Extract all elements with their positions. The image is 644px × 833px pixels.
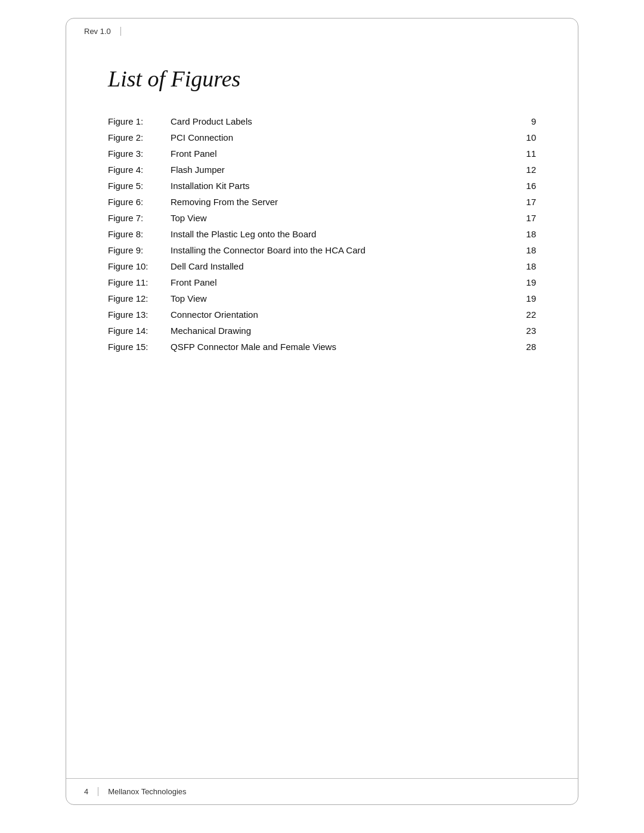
- figure-title: Installation Kit Parts: [171, 178, 518, 194]
- page-footer: 4 Mellanox Technologies: [66, 778, 578, 804]
- figure-page: 17: [518, 194, 536, 210]
- figure-title: Top View: [171, 290, 518, 306]
- figure-title: Card Product Labels: [171, 113, 518, 129]
- figure-label: Figure 8:: [108, 226, 171, 242]
- page-header: Rev 1.0: [66, 18, 578, 42]
- figure-page: 11: [518, 145, 536, 162]
- figure-title: Top View: [171, 210, 518, 226]
- figure-label: Figure 4:: [108, 162, 171, 178]
- figure-label: Figure 7:: [108, 210, 171, 226]
- table-row: Figure 12:Top View19: [108, 290, 536, 306]
- figure-title: PCI Connection: [171, 129, 518, 145]
- table-row: Figure 5:Installation Kit Parts16: [108, 178, 536, 194]
- revision-label: Rev 1.0: [84, 27, 121, 36]
- figure-label: Figure 9:: [108, 242, 171, 258]
- table-row: Figure 10:Dell Card Installed18: [108, 258, 536, 274]
- figure-title: Removing From the Server: [171, 194, 518, 210]
- document-page: Rev 1.0 List of Figures Figure 1:Card Pr…: [66, 18, 578, 805]
- figure-title: Installing the Connector Board into the …: [171, 242, 518, 258]
- figure-page: 18: [518, 242, 536, 258]
- figure-label: Figure 13:: [108, 306, 171, 323]
- table-row: Figure 6:Removing From the Server17: [108, 194, 536, 210]
- figure-label: Figure 3:: [108, 145, 171, 162]
- figure-title: Connector Orientation: [171, 306, 518, 323]
- figure-page: 18: [518, 258, 536, 274]
- figure-title: Install the Plastic Leg onto the Board: [171, 226, 518, 242]
- footer-company: Mellanox Technologies: [108, 787, 186, 796]
- table-row: Figure 1:Card Product Labels9: [108, 113, 536, 129]
- figure-page: 28: [518, 339, 536, 355]
- figure-label: Figure 5:: [108, 178, 171, 194]
- figure-label: Figure 15:: [108, 339, 171, 355]
- table-row: Figure 4:Flash Jumper12: [108, 162, 536, 178]
- figure-title: Mechanical Drawing: [171, 323, 518, 339]
- table-row: Figure 7:Top View17: [108, 210, 536, 226]
- figure-page: 12: [518, 162, 536, 178]
- table-row: Figure 13:Connector Orientation22: [108, 306, 536, 323]
- figure-label: Figure 14:: [108, 323, 171, 339]
- figure-page: 22: [518, 306, 536, 323]
- figures-table: Figure 1:Card Product Labels9Figure 2:PC…: [108, 113, 536, 355]
- table-row: Figure 9:Installing the Connector Board …: [108, 242, 536, 258]
- figure-page: 23: [518, 323, 536, 339]
- figure-title: Front Panel: [171, 274, 518, 290]
- figure-label: Figure 6:: [108, 194, 171, 210]
- page-content: List of Figures Figure 1:Card Product La…: [66, 42, 578, 391]
- figure-page: 16: [518, 178, 536, 194]
- figure-title: Dell Card Installed: [171, 258, 518, 274]
- page-title: List of Figures: [108, 66, 536, 92]
- table-row: Figure 11:Front Panel19: [108, 274, 536, 290]
- table-row: Figure 3:Front Panel11: [108, 145, 536, 162]
- figure-label: Figure 2:: [108, 129, 171, 145]
- figure-title: QSFP Connector Male and Female Views: [171, 339, 518, 355]
- table-row: Figure 15:QSFP Connector Male and Female…: [108, 339, 536, 355]
- figure-label: Figure 1:: [108, 113, 171, 129]
- figure-page: 19: [518, 290, 536, 306]
- figure-label: Figure 12:: [108, 290, 171, 306]
- table-row: Figure 2:PCI Connection10: [108, 129, 536, 145]
- figure-title: Flash Jumper: [171, 162, 518, 178]
- table-row: Figure 8:Install the Plastic Leg onto th…: [108, 226, 536, 242]
- table-row: Figure 14:Mechanical Drawing23: [108, 323, 536, 339]
- footer-page-number: 4: [84, 787, 98, 796]
- figure-label: Figure 11:: [108, 274, 171, 290]
- figure-page: 18: [518, 226, 536, 242]
- figure-page: 17: [518, 210, 536, 226]
- figure-page: 9: [518, 113, 536, 129]
- figure-page: 10: [518, 129, 536, 145]
- figure-title: Front Panel: [171, 145, 518, 162]
- figure-label: Figure 10:: [108, 258, 171, 274]
- figure-page: 19: [518, 274, 536, 290]
